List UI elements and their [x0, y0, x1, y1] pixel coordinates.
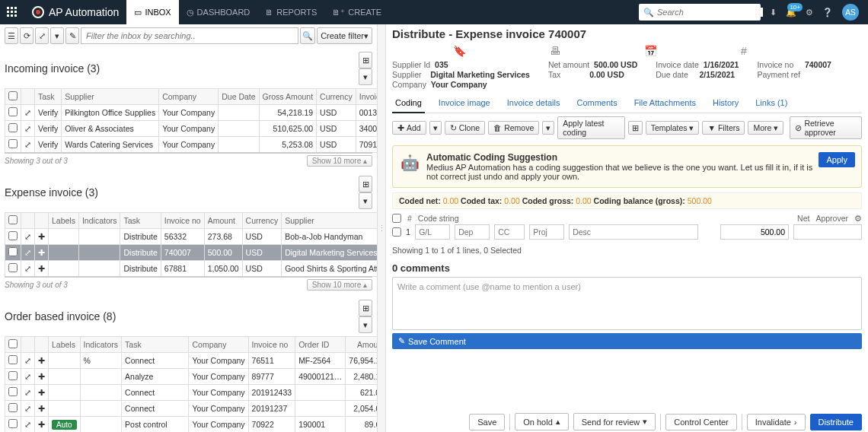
main-region: ☰ ⟳ ⤢ ▾ ✎ 🔍 Create filter ▾ Incoming inv… [0, 24, 868, 432]
calendar-icon: 📅 [644, 45, 657, 57]
show-more-button[interactable]: Show 10 more ▴ [307, 155, 372, 167]
info-icons: 🔖 🖶 📅 # [392, 43, 862, 60]
nav-dashboard[interactable]: ◷DASHBOARD [179, 0, 258, 24]
settings-icon[interactable]: ⚙ [854, 214, 862, 223]
table-row[interactable]: ⤢VerifyWards Catering ServicesYour Compa… [5, 137, 378, 153]
tab-coding[interactable]: Coding [392, 95, 425, 113]
table-row[interactable]: ⤢✚%ConnectYour Company76511MF-256476,954… [5, 353, 378, 369]
refresh-icon[interactable]: ⟳ [20, 27, 34, 44]
expand-icon[interactable]: ⤢ [35, 27, 49, 44]
expand-dropdown-icon[interactable]: ▾ [50, 27, 64, 44]
save-comment-button[interactable]: ✎ Save Comment [392, 333, 862, 349]
edit-icon[interactable]: ✎ [65, 27, 79, 44]
table-row[interactable]: ⤢✚Distribute56332273.68USDBob-a-Job Hand… [5, 229, 378, 245]
inbox-panel: ☰ ⟳ ⤢ ▾ ✎ 🔍 Create filter ▾ Incoming inv… [0, 24, 377, 432]
add-button[interactable]: ✚ Add [392, 121, 426, 135]
more-button[interactable]: More ▾ [748, 121, 783, 135]
svg-rect-7 [11, 14, 13, 17]
tab-comments[interactable]: Comments [573, 95, 620, 113]
save-button[interactable]: Save [469, 414, 505, 430]
send-review-button[interactable]: Send for review ▾ [573, 413, 656, 430]
select-all[interactable] [8, 215, 18, 224]
apps-menu-icon[interactable] [0, 0, 24, 24]
add-dropdown[interactable]: ▾ [429, 121, 442, 135]
grid-icon[interactable]: ⊞ [359, 52, 372, 68]
control-center-button[interactable]: Control Center [665, 414, 737, 430]
logo-icon [32, 6, 44, 18]
remove-dropdown[interactable]: ▾ [542, 121, 554, 135]
search-button[interactable]: 🔍 [300, 27, 315, 44]
splitter[interactable]: ⋮ [377, 24, 386, 432]
help-icon[interactable]: ❔ [822, 8, 833, 17]
table-row[interactable]: ⤢✚ConnectYour Company201912372,054.02USD [5, 401, 378, 417]
templates-button[interactable]: Templates ▾ [646, 121, 700, 135]
table-row[interactable]: ⤢✚ConnectYour Company201912433621.00USD [5, 385, 378, 401]
table-row[interactable]: ⤢VerifyOliver & AssociatesYour Company51… [5, 121, 378, 137]
top-icons: ⬇ 🔔10+ ⚙ ❔ AS [761, 4, 868, 21]
approver-input[interactable] [793, 224, 862, 240]
create-filter-button[interactable]: Create filter ▾ [317, 27, 372, 44]
svg-rect-5 [14, 11, 17, 13]
grid-dropdown[interactable]: ▾ [359, 192, 372, 209]
comment-input[interactable]: Write a comment (use @name to mention a … [392, 277, 862, 330]
table-row[interactable]: ⤢✚Distribute678811,050.00USDGood Shirts … [5, 261, 378, 277]
clone-button[interactable]: ↻ Clone [445, 121, 485, 135]
notifications-icon[interactable]: 🔔10+ [786, 8, 796, 17]
net-input[interactable] [720, 224, 789, 240]
apply-latest-button[interactable]: Apply latest coding [557, 116, 624, 139]
table-row[interactable]: ⤢VerifyPilkington Office SuppliesYour Co… [5, 105, 378, 121]
nav-create[interactable]: 🗎⁺CREATE [324, 0, 389, 24]
tab-image[interactable]: Invoice image [436, 95, 493, 113]
bookmark-icon: 🔖 [453, 45, 466, 57]
remove-button[interactable]: 🗑 Remove [488, 121, 539, 135]
user-avatar[interactable]: AS [842, 4, 859, 21]
main-nav: ▭INBOX ◷DASHBOARD 🗎REPORTS 🗎⁺CREATE [126, 0, 389, 24]
apply-latest-grid[interactable]: ⊞ [628, 121, 643, 135]
svg-rect-8 [14, 14, 17, 17]
app-logo: AP Automation [24, 6, 126, 18]
tab-files[interactable]: File Attachments [631, 95, 699, 113]
onhold-button[interactable]: On hold ▴ [515, 413, 569, 430]
desc-input[interactable] [569, 224, 698, 240]
grid-icon[interactable]: ⊞ [359, 300, 372, 316]
gl-input[interactable] [415, 224, 450, 240]
select-all[interactable] [8, 91, 18, 100]
filters-button[interactable]: ▼ Filters [702, 121, 745, 135]
grid-icon[interactable]: ⊞ [359, 176, 372, 192]
distribute-button[interactable]: Distribute [810, 414, 862, 430]
table-row-selected[interactable]: ⤢✚Distribute740007500.00USDDigital Marke… [5, 245, 378, 261]
apply-suggestion-button[interactable]: Apply [819, 152, 855, 167]
tab-history[interactable]: History [710, 95, 742, 113]
download-icon[interactable]: ⬇ [770, 8, 777, 17]
detail-title: Distribute - Expense invoice 740007 [392, 27, 862, 40]
dep-input[interactable] [455, 224, 490, 240]
global-search[interactable]: 🔍 [639, 4, 761, 21]
show-more-button[interactable]: Show 10 more ▴ [307, 279, 372, 291]
proj-input[interactable] [529, 224, 564, 240]
footer-actions: Save On hold ▴ Send for review ▾ Control… [469, 413, 862, 430]
tab-links[interactable]: Links (1) [752, 95, 790, 113]
svg-rect-3 [7, 11, 9, 13]
select-all[interactable] [8, 339, 18, 348]
settings-icon[interactable]: ⚙ [806, 8, 813, 17]
table-row[interactable]: ⤢✚AutoPost controlYour Company7092219000… [5, 417, 378, 433]
grid-dropdown[interactable]: ▾ [359, 316, 372, 333]
auto-badge: Auto [52, 420, 77, 430]
table-row[interactable]: ⤢✚AnalyzeYour Company8977749000121…2,480… [5, 369, 378, 385]
retrieve-approver-button[interactable]: ⊘ Retrieve approver [790, 116, 862, 139]
invalidate-button[interactable]: Invalidate › [747, 414, 806, 430]
expense-table: Labels Indicators Task Invoice no Amount… [5, 212, 377, 277]
search-input[interactable] [657, 8, 763, 17]
cc-input[interactable] [494, 224, 525, 240]
svg-rect-2 [14, 7, 17, 9]
grid-dropdown[interactable]: ▾ [359, 68, 372, 85]
nav-inbox[interactable]: ▭INBOX [126, 0, 178, 24]
filter-input[interactable] [81, 27, 298, 44]
nav-reports[interactable]: 🗎REPORTS [257, 0, 324, 24]
inbox-icon: ▭ [134, 8, 142, 17]
info-row: Supplier Id 035 Supplier Digital Marketi… [392, 60, 862, 89]
suggestion-icon: 🤖 [399, 152, 420, 173]
incoming-section-title: Incoming invoice (3) ⊞▾ [5, 52, 372, 85]
list-view-icon[interactable]: ☰ [5, 27, 18, 44]
tab-details[interactable]: Invoice details [504, 95, 563, 113]
